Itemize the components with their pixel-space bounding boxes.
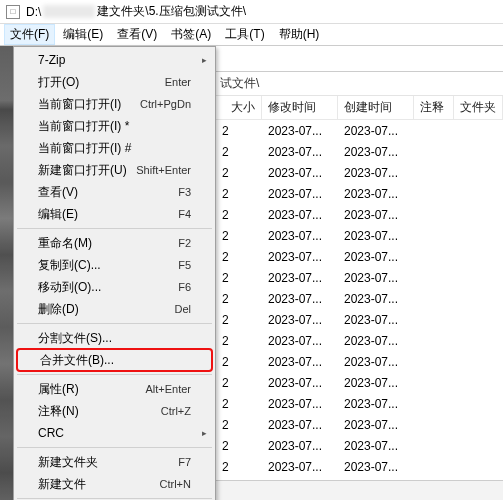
menu-item-label: 属性(R)	[38, 381, 145, 398]
cell-size: 2	[216, 334, 262, 348]
menu-item-label: 分割文件(S)...	[38, 330, 191, 347]
cell-size: 2	[216, 460, 262, 474]
menu-item-shortcut: F2	[178, 237, 191, 249]
menu-item-19[interactable]: CRC	[16, 422, 213, 444]
menu-5[interactable]: 帮助(H)	[273, 24, 326, 45]
title-drive: D:\	[26, 5, 41, 19]
menu-1[interactable]: 编辑(E)	[57, 24, 109, 45]
menu-item-10[interactable]: 复制到(C)...F5	[16, 254, 213, 276]
cell-mod: 2023-07...	[262, 460, 338, 474]
menu-item-shortcut: Ctrl+Z	[161, 405, 191, 417]
menu-item-label: 复制到(C)...	[38, 257, 178, 274]
cell-size: 2	[216, 355, 262, 369]
cell-size: 2	[216, 124, 262, 138]
path-bar-fragment[interactable]: 试文件\	[216, 72, 503, 96]
file-menu-dropdown[interactable]: 7-Zip打开(O)Enter当前窗口打开(I)Ctrl+PgDn当前窗口打开(…	[13, 46, 216, 500]
cell-size: 2	[216, 418, 262, 432]
menu-3[interactable]: 书签(A)	[165, 24, 217, 45]
menu-item-12[interactable]: 删除(D)Del	[16, 298, 213, 320]
menu-item-6[interactable]: 查看(V)F3	[16, 181, 213, 203]
menu-item-1[interactable]: 打开(O)Enter	[16, 71, 213, 93]
table-row[interactable]: 22023-07...2023-07...	[216, 414, 503, 435]
table-row[interactable]: 22023-07...2023-07...	[216, 267, 503, 288]
menu-item-9[interactable]: 重命名(M)F2	[16, 232, 213, 254]
table-row[interactable]: 22023-07...2023-07...	[216, 246, 503, 267]
col-modified[interactable]: 修改时间	[262, 96, 338, 119]
menu-item-shortcut: F5	[178, 259, 191, 271]
menu-sep	[17, 323, 212, 324]
menu-item-21[interactable]: 新建文件夹F7	[16, 451, 213, 473]
menu-item-2[interactable]: 当前窗口打开(I)Ctrl+PgDn	[16, 93, 213, 115]
menu-item-3[interactable]: 当前窗口打开(I) *	[16, 115, 213, 137]
menu-item-label: 移动到(O)...	[38, 279, 178, 296]
cell-size: 2	[216, 166, 262, 180]
cell-mod: 2023-07...	[262, 397, 338, 411]
menu-item-5[interactable]: 新建窗口打开(U)Shift+Enter	[16, 159, 213, 181]
cell-mod: 2023-07...	[262, 250, 338, 264]
column-headers[interactable]: 大小 修改时间 创建时间 注释 文件夹	[216, 96, 503, 120]
cell-size: 2	[216, 208, 262, 222]
cell-cre: 2023-07...	[338, 376, 414, 390]
title-bar: □ D:\ 建文件夹\5.压缩包测试文件\	[0, 0, 503, 24]
menu-item-shortcut: Ctrl+N	[160, 478, 191, 490]
menu-item-shortcut: Enter	[165, 76, 191, 88]
table-row[interactable]: 22023-07...2023-07...	[216, 309, 503, 330]
table-row[interactable]: 22023-07...2023-07...	[216, 351, 503, 372]
table-row[interactable]: 22023-07...2023-07...	[216, 141, 503, 162]
menu-item-17[interactable]: 属性(R)Alt+Enter	[16, 378, 213, 400]
menu-item-14[interactable]: 分割文件(S)...	[16, 327, 213, 349]
cell-size: 2	[216, 229, 262, 243]
cell-cre: 2023-07...	[338, 313, 414, 327]
table-row[interactable]: 22023-07...2023-07...	[216, 162, 503, 183]
table-row[interactable]: 22023-07...2023-07...	[216, 372, 503, 393]
menu-2[interactable]: 查看(V)	[111, 24, 163, 45]
col-size[interactable]: 大小	[216, 96, 262, 119]
menu-item-label: 当前窗口打开(I) #	[38, 140, 191, 157]
menu-item-shortcut: Alt+Enter	[145, 383, 191, 395]
menu-item-shortcut: F3	[178, 186, 191, 198]
cell-size: 2	[216, 250, 262, 264]
menu-item-label: 当前窗口打开(I) *	[38, 118, 191, 135]
menu-item-15[interactable]: 合并文件(B)...	[16, 348, 213, 372]
table-row[interactable]: 22023-07...2023-07...	[216, 456, 503, 477]
table-row[interactable]: 22023-07...2023-07...	[216, 288, 503, 309]
cell-mod: 2023-07...	[262, 355, 338, 369]
menu-item-0[interactable]: 7-Zip	[16, 49, 213, 71]
menu-item-label: 新建文件夹	[38, 454, 178, 471]
cell-mod: 2023-07...	[262, 418, 338, 432]
cell-size: 2	[216, 145, 262, 159]
table-row[interactable]: 22023-07...2023-07...	[216, 204, 503, 225]
cell-mod: 2023-07...	[262, 439, 338, 453]
table-row[interactable]: 22023-07...2023-07...	[216, 183, 503, 204]
menu-item-label: 7-Zip	[38, 53, 191, 67]
menu-item-11[interactable]: 移动到(O)...F6	[16, 276, 213, 298]
menu-item-label: 重命名(M)	[38, 235, 178, 252]
col-created[interactable]: 创建时间	[338, 96, 414, 119]
cell-cre: 2023-07...	[338, 187, 414, 201]
menu-item-18[interactable]: 注释(N)Ctrl+Z	[16, 400, 213, 422]
menu-item-shortcut: Ctrl+PgDn	[140, 98, 191, 110]
menu-item-4[interactable]: 当前窗口打开(I) #	[16, 137, 213, 159]
table-row[interactable]: 22023-07...2023-07...	[216, 435, 503, 456]
table-row[interactable]: 22023-07...2023-07...	[216, 225, 503, 246]
table-row[interactable]: 22023-07...2023-07...	[216, 330, 503, 351]
cell-mod: 2023-07...	[262, 124, 338, 138]
col-comment[interactable]: 注释	[414, 96, 454, 119]
col-folder[interactable]: 文件夹	[454, 96, 503, 119]
menu-item-label: 打开(O)	[38, 74, 165, 91]
menu-4[interactable]: 工具(T)	[219, 24, 270, 45]
menu-bar[interactable]: 文件(F)编辑(E)查看(V)书签(A)工具(T)帮助(H)	[0, 24, 503, 46]
cell-size: 2	[216, 271, 262, 285]
title-blur	[43, 5, 95, 18]
menu-0[interactable]: 文件(F)	[4, 24, 55, 45]
file-rows[interactable]: 22023-07...2023-07...22023-07...2023-07.…	[216, 120, 503, 498]
menu-item-label: 当前窗口打开(I)	[38, 96, 140, 113]
cell-size: 2	[216, 439, 262, 453]
cell-cre: 2023-07...	[338, 460, 414, 474]
table-row[interactable]: 22023-07...2023-07...	[216, 120, 503, 141]
menu-item-7[interactable]: 编辑(E)F4	[16, 203, 213, 225]
path-text: 试文件\	[220, 75, 259, 92]
cell-size: 2	[216, 313, 262, 327]
menu-item-22[interactable]: 新建文件Ctrl+N	[16, 473, 213, 495]
table-row[interactable]: 22023-07...2023-07...	[216, 393, 503, 414]
